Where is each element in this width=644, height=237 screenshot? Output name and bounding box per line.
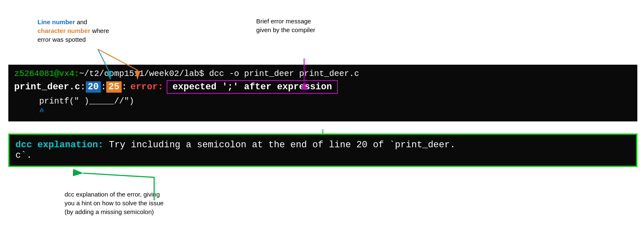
- error-label: error:: [130, 82, 163, 92]
- line-number-box: 20: [86, 81, 101, 93]
- dcc-text: Try including a semicolon at the end of …: [109, 140, 455, 150]
- terminal-prompt: z5264081@vx4:: [14, 69, 79, 78]
- annotation-error: Brief error message given by the compile…: [256, 17, 315, 34]
- dcc-line2: c`.: [15, 150, 630, 161]
- dcc-explanation-box: dcc explanation: Try including a semicol…: [8, 134, 637, 167]
- terminal-line2: print_deer.c : 20 : 25 : error: expected…: [14, 80, 632, 94]
- ann-linenum-blue: Line number: [37, 18, 75, 25]
- annotation-dcc: dcc explanation of the error, giving you…: [65, 190, 164, 216]
- error-filename: print_deer.c: [14, 82, 80, 92]
- terminal-line1: z5264081@vx4:~/t2/comp1511/week02/lab$ d…: [14, 69, 632, 78]
- col-separator: :: [101, 82, 106, 92]
- dcc-line1: dcc explanation: Try including a semicol…: [15, 140, 630, 150]
- annotation-linenum: Line number and character number where e…: [37, 18, 109, 44]
- ann-dcc-line1: dcc explanation of the error, giving: [65, 191, 160, 198]
- terminal-caret: ^: [14, 107, 632, 116]
- ann-error-line1: Brief error message: [256, 18, 311, 25]
- ann-linenum-and: and: [75, 18, 87, 25]
- ann-linenum-orange: character number: [37, 27, 90, 34]
- terminal-command: $ dcc -o print_deer print_deer.c: [199, 69, 359, 78]
- ann-linenum-line3: error was spotted: [37, 36, 86, 43]
- terminal-path: ~/t2/comp1511/week02/lab: [79, 69, 199, 78]
- terminal-block: z5264081@vx4:~/t2/comp1511/week02/lab$ d…: [8, 65, 637, 121]
- terminal-line3: printf(" )_____//"): [14, 96, 632, 106]
- char-number-box: 25: [106, 81, 121, 93]
- error-message-box: expected ';' after expression: [167, 80, 338, 94]
- ann-dcc-line3: (by adding a missing semicolon): [65, 208, 154, 215]
- ann-linenum-where: where: [90, 27, 109, 34]
- dcc-label: dcc explanation:: [15, 140, 103, 150]
- ann-dcc-line2: you a hint on how to solve the issue: [65, 199, 164, 207]
- page-container: Line number and character number where e…: [0, 0, 644, 237]
- ann-error-line2: given by the compiler: [256, 26, 315, 33]
